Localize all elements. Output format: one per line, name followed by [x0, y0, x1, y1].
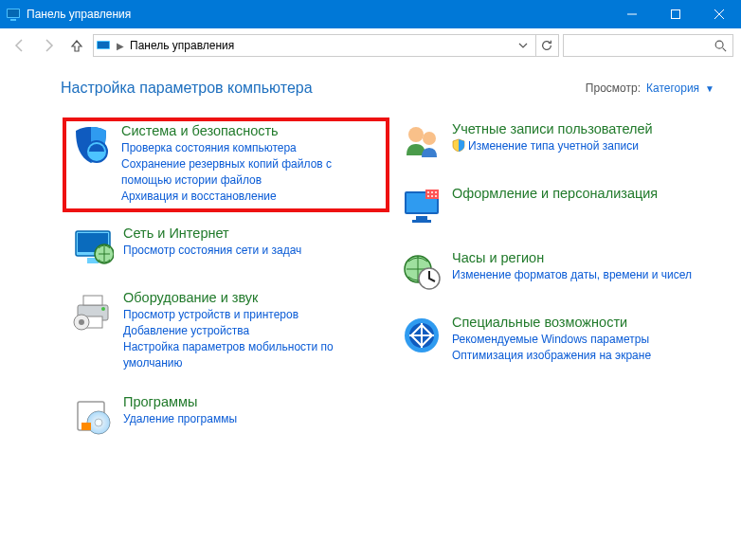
- category-programs: ПрограммыУдаление программы: [66, 390, 386, 442]
- category-text: Сеть и ИнтернетПросмотр состояния сети и…: [123, 226, 380, 259]
- shield-icon: [70, 123, 112, 165]
- category-title-link[interactable]: Программы: [123, 394, 380, 409]
- task-link-optimize-display[interactable]: Оптимизация изображения на экране: [452, 348, 709, 364]
- task-link-network-status[interactable]: Просмотр состояния сети и задач: [123, 243, 380, 259]
- category-title-link[interactable]: Специальные возможности: [452, 315, 709, 330]
- category-text: Система и безопасностьПроверка состояния…: [121, 123, 382, 205]
- svg-rect-5: [98, 42, 109, 48]
- task-link-date-time-format[interactable]: Изменение форматов даты, времени и чисел: [452, 267, 709, 283]
- people-icon: [401, 121, 443, 163]
- category-network-internet: Сеть и ИнтернетПросмотр состояния сети и…: [66, 222, 386, 273]
- disc-icon: [72, 394, 114, 436]
- search-input[interactable]: [563, 34, 733, 57]
- category-hardware-sound: Оборудование и звукПросмотр устройств и …: [66, 286, 386, 377]
- category-title-link[interactable]: Сеть и Интернет: [123, 226, 380, 241]
- back-button[interactable]: [8, 33, 32, 58]
- task-link-change-account-type[interactable]: Изменение типа учетной записи: [452, 138, 709, 154]
- address-dropdown-button[interactable]: [515, 35, 532, 56]
- task-link-uninstall[interactable]: Удаление программы: [123, 411, 380, 427]
- control-panel-icon: [6, 7, 21, 22]
- search-icon: [712, 39, 729, 52]
- category-text: Часы и регионИзменение форматов даты, вр…: [452, 250, 709, 283]
- category-title-link[interactable]: Оборудование и звук: [123, 290, 380, 305]
- address-bar[interactable]: ▶ Панель управления: [93, 34, 559, 57]
- view-by-value: Категория: [646, 81, 699, 95]
- category-ease-of-access: Специальные возможностиРекомендуемые Win…: [395, 311, 714, 370]
- window-minimize-button[interactable]: [610, 0, 654, 28]
- category-user-accounts: Учетные записи пользователейИзменение ти…: [395, 117, 714, 169]
- window-maximize-button[interactable]: [654, 0, 697, 28]
- monitor-icon: [401, 186, 443, 227]
- svg-rect-2: [10, 19, 16, 21]
- category-title-link[interactable]: Часы и регион: [452, 250, 709, 265]
- uac-shield-icon: [452, 138, 465, 152]
- refresh-button[interactable]: [535, 35, 556, 56]
- chevron-down-icon: ▼: [705, 83, 714, 94]
- category-text: ПрограммыУдаление программы: [123, 394, 380, 427]
- category-appearance-personalization: Оформление и персонализация: [395, 182, 714, 233]
- category-text: Оформление и персонализация: [452, 186, 709, 203]
- category-title-link[interactable]: Оформление и персонализация: [452, 186, 709, 201]
- globe-clock-icon: [401, 250, 443, 292]
- svg-point-6: [715, 41, 723, 48]
- task-link-backup-restore[interactable]: Архивация и восстановление: [121, 189, 382, 205]
- svg-rect-3: [672, 10, 680, 19]
- svg-rect-1: [8, 9, 19, 17]
- content-area: Настройка параметров компьютера Просмотр…: [0, 63, 741, 466]
- category-title-link[interactable]: Учетные записи пользователей: [452, 121, 709, 136]
- category-clock-region: Часы и регионИзменение форматов даты, вр…: [395, 246, 714, 298]
- view-by-label: Просмотр:: [586, 81, 641, 95]
- navigation-bar: ▶ Панель управления: [0, 28, 741, 63]
- page-heading: Настройка параметров компьютера: [61, 80, 313, 97]
- control-panel-small-icon: [96, 38, 111, 53]
- task-link-file-history-backup[interactable]: Сохранение резервных копий файлов с помо…: [121, 156, 382, 189]
- category-text: Специальные возможностиРекомендуемые Win…: [452, 315, 709, 364]
- task-link-add-device[interactable]: Добавление устройства: [123, 323, 380, 339]
- task-link-mobility-defaults[interactable]: Настройка параметров мобильности по умол…: [123, 339, 380, 371]
- view-by-control[interactable]: Просмотр: Категория ▼: [586, 81, 714, 95]
- window-title: Панель управления: [27, 8, 131, 21]
- window-titlebar: Панель управления: [0, 0, 741, 28]
- window-close-button[interactable]: [697, 0, 741, 28]
- category-text: Учетные записи пользователейИзменение ти…: [452, 121, 709, 154]
- globe-icon: [72, 226, 114, 267]
- task-link-devices-printers[interactable]: Просмотр устройств и принтеров: [123, 307, 380, 323]
- printer-icon: [72, 290, 114, 332]
- category-text: Оборудование и звукПросмотр устройств и …: [123, 290, 380, 371]
- category-title-link[interactable]: Система и безопасность: [121, 123, 382, 138]
- task-link-check-status[interactable]: Проверка состояния компьютера: [121, 140, 382, 156]
- forward-button[interactable]: [36, 33, 61, 58]
- task-link-recommended-settings[interactable]: Рекомендуемые Windows параметры: [452, 332, 709, 348]
- breadcrumb-chevron-icon[interactable]: ▶: [115, 41, 126, 51]
- up-button[interactable]: [64, 33, 89, 58]
- breadcrumb-item[interactable]: Панель управления: [130, 39, 234, 52]
- category-system-security: Система и безопасностьПроверка состояния…: [63, 117, 389, 212]
- ease-icon: [401, 315, 443, 356]
